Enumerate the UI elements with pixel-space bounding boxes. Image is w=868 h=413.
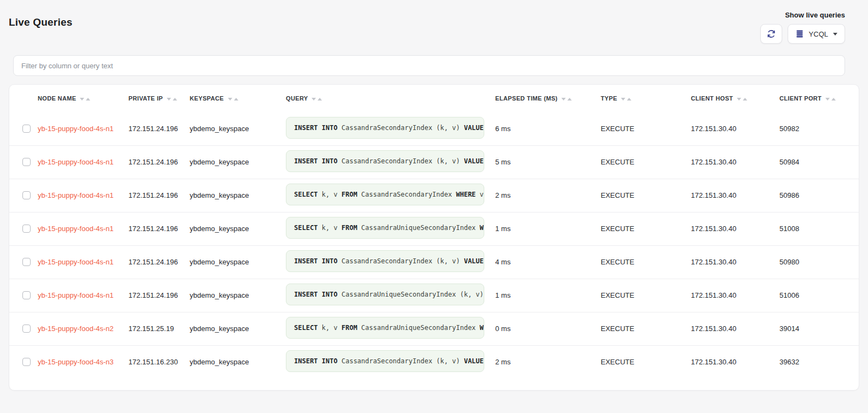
node-name-link[interactable]: yb-15-puppy-food-4s-n1 (38, 291, 114, 299)
query-snippet[interactable]: SELECT k, v FROM CassandraUniqueSecondar… (286, 217, 484, 239)
sort-descending-icon[interactable] (825, 98, 830, 101)
cell-elapsed-time: 6 ms (495, 112, 600, 145)
sort-descending-icon[interactable] (80, 98, 84, 101)
cell-select (9, 112, 37, 145)
column-header-query[interactable]: QUERY (285, 85, 495, 112)
row-checkbox[interactable] (22, 225, 31, 233)
sort-descending-icon[interactable] (228, 98, 232, 101)
node-name-link[interactable]: yb-15-puppy-food-4s-n1 (38, 225, 114, 233)
row-checkbox[interactable] (22, 258, 31, 266)
row-checkbox[interactable] (22, 191, 31, 199)
api-selector-label: YCQL (809, 30, 828, 38)
cell-client-port: 51008 (779, 212, 859, 245)
cell-type: EXECUTE (600, 312, 690, 345)
row-checkbox[interactable] (22, 358, 31, 366)
query-snippet[interactable]: INSERT INTO CassandraSecondaryIndex (k, … (286, 350, 484, 372)
sort-ascending-icon[interactable] (743, 98, 747, 101)
node-name-link[interactable]: yb-15-puppy-food-4s-n1 (38, 125, 114, 133)
query-snippet[interactable]: SELECT k, v FROM CassandraUniqueSecondar… (286, 317, 484, 339)
cell-type: EXECUTE (600, 112, 690, 145)
sort-descending-icon[interactable] (621, 98, 625, 101)
sort-descending-icon[interactable] (561, 98, 566, 101)
node-name-link[interactable]: yb-15-puppy-food-4s-n3 (38, 358, 114, 366)
cell-type: EXECUTE (600, 279, 690, 312)
cell-type: EXECUTE (600, 345, 690, 379)
table-body: yb-15-puppy-food-4s-n1172.151.24.196ybde… (9, 112, 859, 379)
table-row[interactable]: yb-15-puppy-food-4s-n1172.151.24.196ybde… (9, 279, 859, 312)
cell-elapsed-time: 5 ms (495, 145, 600, 179)
cell-type: EXECUTE (600, 245, 690, 279)
refresh-button[interactable] (760, 24, 782, 44)
sort-ascending-icon[interactable] (173, 98, 177, 101)
node-name-link[interactable]: yb-15-puppy-food-4s-n1 (38, 191, 114, 199)
query-snippet[interactable]: INSERT INTO CassandraSecondaryIndex (k, … (286, 150, 484, 172)
table-row[interactable]: yb-15-puppy-food-4s-n1172.151.24.196ybde… (9, 145, 859, 179)
table-row[interactable]: yb-15-puppy-food-4s-n1172.151.24.196ybde… (9, 179, 859, 212)
cell-select (9, 245, 37, 279)
sort-descending-icon[interactable] (312, 98, 316, 101)
sort-ascending-icon[interactable] (234, 98, 238, 101)
sort-icons (825, 98, 836, 101)
node-name-link[interactable]: yb-15-puppy-food-4s-n1 (38, 258, 114, 266)
live-queries-card: NODE NAMEPRIVATE IPKEYSPACEQUERYELAPSED … (9, 84, 859, 391)
column-header-elapsed-time[interactable]: ELAPSED TIME (MS) (495, 85, 600, 112)
cell-query: INSERT INTO CassandraSecondaryIndex (k, … (285, 145, 495, 179)
cell-client-host: 172.151.30.40 (690, 312, 779, 345)
table-row[interactable]: yb-15-puppy-food-4s-n1172.151.24.196ybde… (9, 112, 859, 145)
query-snippet[interactable]: INSERT INTO CassandraSecondaryIndex (k, … (286, 250, 484, 272)
column-label: NODE NAME (38, 95, 76, 102)
column-header-node-name[interactable]: NODE NAME (37, 85, 128, 112)
table-row[interactable]: yb-15-puppy-food-4s-n1172.151.24.196ybde… (9, 212, 859, 245)
cell-private-ip: 172.151.25.19 (128, 312, 189, 345)
api-selector-dropdown[interactable]: YCQL (788, 24, 845, 44)
column-header-keyspace[interactable]: KEYSPACE (189, 85, 285, 112)
cell-node-name: yb-15-puppy-food-4s-n3 (37, 345, 128, 379)
query-snippet[interactable]: SELECT k, v FROM CassandraSecondaryIndex… (286, 184, 484, 205)
row-checkbox[interactable] (22, 158, 31, 166)
sort-descending-icon[interactable] (737, 98, 741, 101)
cell-private-ip: 172.151.24.196 (128, 112, 189, 145)
show-live-queries-label: Show live queries (785, 11, 845, 19)
column-header-private-ip[interactable]: PRIVATE IP (128, 85, 189, 112)
query-snippet[interactable]: INSERT INTO CassandraUniqueSecondaryInde… (286, 284, 484, 305)
row-checkbox[interactable] (22, 125, 31, 133)
sort-icons (312, 98, 322, 101)
table-row[interactable]: yb-15-puppy-food-4s-n2172.151.25.19ybdem… (9, 312, 859, 345)
sort-ascending-icon[interactable] (567, 98, 572, 101)
cell-elapsed-time: 2 ms (495, 179, 600, 212)
column-header-client-port[interactable]: CLIENT PORT (779, 85, 859, 112)
select-column-header (9, 85, 37, 112)
table-row[interactable]: yb-15-puppy-food-4s-n3172.151.16.230ybde… (9, 345, 859, 379)
filter-input[interactable] (13, 55, 845, 76)
sort-ascending-icon[interactable] (318, 98, 322, 101)
cell-node-name: yb-15-puppy-food-4s-n1 (37, 112, 128, 145)
sort-ascending-icon[interactable] (831, 98, 836, 101)
column-label: ELAPSED TIME (MS) (495, 95, 558, 102)
sort-icons (80, 98, 90, 101)
node-name-link[interactable]: yb-15-puppy-food-4s-n1 (38, 158, 114, 166)
cell-query: INSERT INTO CassandraSecondaryIndex (k, … (285, 112, 495, 145)
cell-query: INSERT INTO CassandraSecondaryIndex (k, … (285, 345, 495, 379)
row-checkbox[interactable] (22, 324, 31, 333)
cell-query: SELECT k, v FROM CassandraSecondaryIndex… (285, 179, 495, 212)
cell-client-host: 172.151.30.40 (690, 279, 779, 312)
sort-icons (167, 98, 177, 101)
sort-descending-icon[interactable] (167, 98, 171, 101)
filter-bar (13, 55, 845, 76)
sort-ascending-icon[interactable] (627, 98, 631, 101)
cell-client-host: 172.151.30.40 (690, 212, 779, 245)
cell-keyspace: ybdemo_keyspace (189, 212, 285, 245)
cell-keyspace: ybdemo_keyspace (189, 345, 285, 379)
row-checkbox[interactable] (22, 291, 31, 299)
query-snippet[interactable]: INSERT INTO CassandraSecondaryIndex (k, … (286, 117, 484, 139)
sort-ascending-icon[interactable] (86, 98, 90, 101)
column-header-client-host[interactable]: CLIENT HOST (690, 85, 779, 112)
cell-type: EXECUTE (600, 145, 690, 179)
cell-private-ip: 172.151.24.196 (128, 245, 189, 279)
node-name-link[interactable]: yb-15-puppy-food-4s-n2 (38, 324, 114, 333)
table-row[interactable]: yb-15-puppy-food-4s-n1172.151.24.196ybde… (9, 245, 859, 279)
column-label: QUERY (286, 95, 308, 102)
cell-node-name: yb-15-puppy-food-4s-n1 (37, 245, 128, 279)
column-header-type[interactable]: TYPE (600, 85, 690, 112)
cell-client-host: 172.151.30.40 (690, 179, 779, 212)
